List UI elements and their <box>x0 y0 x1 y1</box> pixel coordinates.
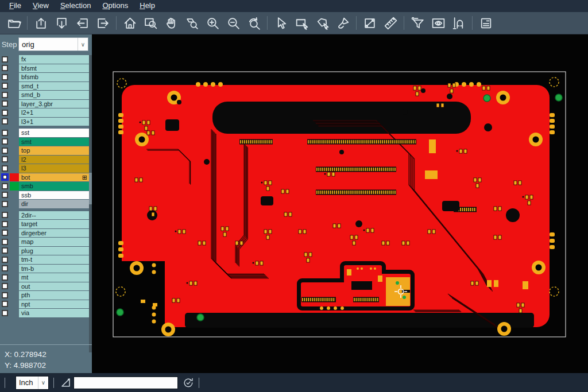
layer-visibility-checkbox[interactable] <box>0 173 10 182</box>
layer-color-swatch[interactable] <box>10 182 19 191</box>
layer-row-dir[interactable]: dir <box>0 200 89 209</box>
zoom-in-button[interactable] <box>202 13 223 33</box>
layer-row-tm-t[interactable]: tm-t <box>0 255 89 265</box>
layer-label[interactable]: top <box>19 146 89 155</box>
layer-label[interactable]: smd_b <box>19 91 89 99</box>
layer-row-l3+1[interactable]: l3+1 <box>0 118 89 127</box>
layer-row-bfsmb[interactable]: bfsmb <box>0 73 89 82</box>
layer-row-npt[interactable]: npt <box>0 300 89 309</box>
layer-label[interactable]: ssb <box>19 191 89 200</box>
zoom-previous-button[interactable] <box>243 13 264 33</box>
pan-up-button[interactable] <box>30 13 51 33</box>
layer-label[interactable]: smt <box>19 138 89 146</box>
open-button[interactable] <box>3 13 24 33</box>
layer-visibility-checkbox[interactable] <box>0 91 10 99</box>
layer-visibility-checkbox[interactable] <box>0 108 10 117</box>
pcb-view[interactable] <box>92 34 588 373</box>
layer-label[interactable]: l3 <box>19 164 89 173</box>
layer-label[interactable]: bot⊞ <box>19 173 89 182</box>
layer-label[interactable]: target <box>19 220 89 228</box>
pan-left-button[interactable] <box>72 13 92 33</box>
layer-visibility-checkbox[interactable] <box>0 211 10 220</box>
layer-label[interactable]: dirgerber <box>19 229 89 238</box>
layer-label[interactable]: fx <box>19 55 89 64</box>
clear-button[interactable] <box>332 13 353 33</box>
layer-row-out[interactable]: out <box>0 282 89 292</box>
layer-visibility-checkbox[interactable] <box>0 146 10 155</box>
pcb-canvas[interactable] <box>92 34 588 373</box>
layer-row-2dir--[interactable]: 2dir-- <box>0 211 89 220</box>
layer-label[interactable]: l3+1 <box>19 118 89 126</box>
layer-visibility-checkbox[interactable] <box>0 156 10 164</box>
layer-row-smb[interactable]: smb <box>0 182 89 191</box>
layer-visibility-checkbox[interactable] <box>0 220 10 228</box>
layer-visibility-checkbox[interactable] <box>0 282 10 291</box>
step-select[interactable]: orig ∨ <box>18 37 88 51</box>
layer-visibility-checkbox[interactable] <box>0 82 10 91</box>
layer-visibility-checkbox[interactable] <box>0 182 10 191</box>
layer-row-via[interactable]: via <box>0 309 89 318</box>
measure-line-button[interactable] <box>359 13 380 33</box>
layer-row-smd_t[interactable]: smd_t <box>0 82 89 91</box>
layer-visibility-checkbox[interactable] <box>0 300 10 309</box>
zoom-window-button[interactable] <box>140 13 161 33</box>
layer-row-plug[interactable]: plug <box>0 247 89 256</box>
layer-visibility-checkbox[interactable] <box>0 229 10 238</box>
layer-visibility-checkbox[interactable] <box>0 100 10 108</box>
layer-row-target[interactable]: target <box>0 220 89 229</box>
layer-label[interactable]: out <box>19 282 89 291</box>
layer-row-sst[interactable]: sst <box>0 129 89 138</box>
menu-options[interactable]: Options <box>96 0 134 12</box>
polygon-select-button[interactable] <box>312 13 332 33</box>
layer-row-layer_3.gbr[interactable]: layer_3.gbr <box>0 100 89 109</box>
layer-row-l3[interactable]: l3 <box>0 164 89 173</box>
pan-right-button[interactable] <box>92 13 113 33</box>
layer-visibility-checkbox[interactable] <box>0 55 10 64</box>
pan-down-button[interactable] <box>51 13 72 33</box>
layer-label[interactable]: 2dir-- <box>19 211 89 220</box>
layer-row-map[interactable]: map <box>0 238 89 247</box>
layer-color-swatch[interactable] <box>10 173 19 182</box>
layer-visibility-checkbox[interactable] <box>0 64 10 73</box>
layer-visibility-checkbox[interactable] <box>0 238 10 246</box>
layer-row-smd_b[interactable]: smd_b <box>0 91 89 100</box>
layer-label[interactable]: mt <box>19 273 89 282</box>
home-view-button[interactable] <box>119 13 140 33</box>
zoom-selection-button[interactable] <box>181 13 202 33</box>
layer-row-ssb[interactable]: ssb <box>0 191 89 200</box>
layer-label[interactable]: tm-b <box>19 265 89 273</box>
layer-label[interactable]: plug <box>19 247 89 255</box>
layer-label[interactable]: via <box>19 309 89 317</box>
angle-measure-icon[interactable] <box>60 377 72 389</box>
snap-button[interactable] <box>448 13 469 33</box>
layer-label[interactable]: sst <box>19 129 89 137</box>
zoom-out-button[interactable] <box>223 13 243 33</box>
layer-visibility-checkbox[interactable] <box>0 118 10 126</box>
menu-selection[interactable]: Selection <box>55 0 96 12</box>
menu-help[interactable]: Help <box>134 0 161 12</box>
layer-row-bot[interactable]: bot⊞ <box>0 173 89 183</box>
rectangle-select-button[interactable] <box>291 13 312 33</box>
layer-visibility-checkbox[interactable] <box>0 164 10 173</box>
layer-label[interactable]: tm-t <box>19 255 89 264</box>
unit-select[interactable]: Inch ∨ <box>16 376 49 390</box>
apply-refresh-icon[interactable] <box>183 377 194 389</box>
layer-row-bfsmt[interactable]: bfsmt <box>0 64 89 73</box>
layer-visibility-checkbox[interactable] <box>0 265 10 273</box>
layer-visibility-checkbox[interactable] <box>0 291 10 300</box>
layer-label[interactable]: l2 <box>19 156 89 164</box>
select-button[interactable] <box>270 13 291 33</box>
command-input[interactable] <box>74 377 178 389</box>
layer-label[interactable]: pth <box>19 291 89 300</box>
layer-visibility-checkbox[interactable] <box>0 273 10 282</box>
layer-row-pth[interactable]: pth <box>0 291 89 300</box>
menu-view[interactable]: View <box>27 0 55 12</box>
layer-row-dirgerber[interactable]: dirgerber <box>0 229 89 238</box>
layer-visibility-checkbox[interactable] <box>0 138 10 146</box>
layer-label[interactable]: dir <box>19 200 89 208</box>
layer-visibility-checkbox[interactable] <box>0 255 10 264</box>
layer-row-fx[interactable]: fx <box>0 55 89 64</box>
pan-hand-button[interactable] <box>161 13 181 33</box>
layer-row-smt[interactable]: smt <box>0 138 89 147</box>
layer-visibility-checkbox[interactable] <box>0 309 10 317</box>
